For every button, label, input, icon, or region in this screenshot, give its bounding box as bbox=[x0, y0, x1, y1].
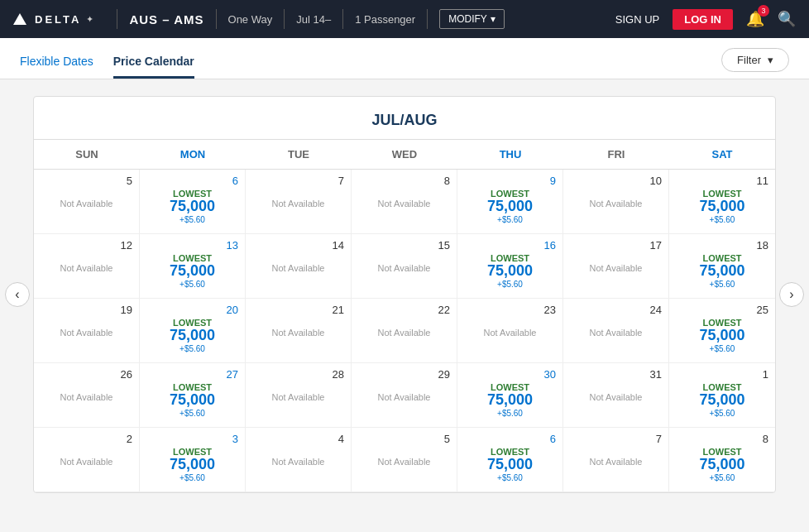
price-fee: +$5.60 bbox=[464, 409, 556, 418]
calendar-cell-r2c4[interactable]: 23Not Available bbox=[457, 299, 563, 363]
route-display: AUS – AMS bbox=[129, 12, 203, 26]
calendar-cell-r3c4[interactable]: 30LOWEST75,000+$5.60 bbox=[457, 363, 563, 428]
calendar-cell-r3c5[interactable]: 31Not Available bbox=[563, 363, 669, 428]
cell-date: 5 bbox=[41, 175, 132, 187]
delta-triangle-icon bbox=[13, 13, 26, 25]
calendar-cell-r1c6[interactable]: 18LOWEST75,000+$5.60 bbox=[669, 234, 775, 299]
price-fee: +$5.60 bbox=[676, 280, 768, 289]
price-fee: +$5.60 bbox=[146, 409, 238, 418]
not-available-label: Not Available bbox=[358, 328, 450, 338]
notification-badge: 3 bbox=[758, 5, 769, 17]
calendar-cell-r4c4[interactable]: 6LOWEST75,000+$5.60 bbox=[457, 428, 563, 492]
calendar-cell-r0c1[interactable]: 6LOWEST75,000+$5.60 bbox=[140, 170, 246, 234]
day-header-mon: MON bbox=[140, 140, 246, 169]
cell-date: 27 bbox=[146, 368, 238, 381]
cell-date: 7 bbox=[252, 175, 344, 187]
price-fee: +$5.60 bbox=[464, 215, 556, 224]
calendar-cell-r4c5[interactable]: 7Not Available bbox=[563, 428, 669, 492]
calendar-cell-r4c0[interactable]: 2Not Available bbox=[34, 428, 140, 492]
calendar-month-header: JUL/AUG bbox=[34, 97, 775, 140]
price-fee: +$5.60 bbox=[676, 344, 768, 353]
calendar-cell-r3c3[interactable]: 29Not Available bbox=[352, 363, 457, 428]
not-available-label: Not Available bbox=[252, 392, 344, 402]
price-fee: +$5.60 bbox=[464, 280, 556, 289]
calendar-cell-r4c6[interactable]: 8LOWEST75,000+$5.60 bbox=[669, 428, 775, 492]
next-month-arrow[interactable]: › bbox=[779, 282, 804, 307]
calendar-cell-r2c0[interactable]: 19Not Available bbox=[34, 299, 140, 363]
day-header-sun: SUN bbox=[34, 140, 140, 169]
cell-date: 17 bbox=[570, 239, 662, 252]
sign-up-link[interactable]: SIGN UP bbox=[615, 13, 659, 26]
not-available-label: Not Available bbox=[41, 199, 132, 208]
calendar-cell-r2c6[interactable]: 25LOWEST75,000+$5.60 bbox=[669, 299, 775, 363]
log-in-button[interactable]: LOG IN bbox=[673, 9, 733, 30]
calendar-cell-r3c2[interactable]: 28Not Available bbox=[246, 363, 352, 428]
cell-date: 22 bbox=[358, 304, 450, 316]
cell-date: 7 bbox=[570, 433, 662, 445]
not-available-label: Not Available bbox=[358, 457, 450, 467]
calendar-cell-r0c4[interactable]: 9LOWEST75,000+$5.60 bbox=[457, 170, 563, 234]
cell-date: 6 bbox=[464, 433, 556, 445]
price-value: 75,000 bbox=[146, 328, 238, 344]
calendar-cell-r0c3[interactable]: 8Not Available bbox=[352, 170, 457, 234]
price-value: 75,000 bbox=[676, 263, 768, 280]
calendar-cell-r2c3[interactable]: 22Not Available bbox=[352, 299, 457, 363]
header-divider-1 bbox=[117, 9, 117, 29]
price-value: 75,000 bbox=[146, 199, 238, 215]
calendar-cell-r0c5[interactable]: 10Not Available bbox=[563, 170, 669, 234]
calendar-cell-r2c5[interactable]: 24Not Available bbox=[563, 299, 669, 363]
cell-date: 10 bbox=[570, 175, 662, 187]
calendar-cell-r1c1[interactable]: 13LOWEST75,000+$5.60 bbox=[140, 234, 246, 299]
delta-logo[interactable]: DELTA ✦ bbox=[13, 13, 93, 26]
calendar-cell-r1c3[interactable]: 15Not Available bbox=[352, 234, 457, 299]
calendar-cell-r4c2[interactable]: 4Not Available bbox=[246, 428, 352, 492]
filter-label: Filter bbox=[737, 54, 761, 66]
price-value: 75,000 bbox=[464, 263, 556, 280]
not-available-label: Not Available bbox=[252, 263, 344, 273]
filter-button[interactable]: Filter ▾ bbox=[721, 48, 789, 72]
price-value: 75,000 bbox=[146, 263, 238, 280]
price-fee: +$5.60 bbox=[676, 409, 768, 418]
cell-date: 1 bbox=[676, 368, 768, 381]
not-available-label: Not Available bbox=[464, 328, 556, 338]
tab-price-calendar[interactable]: Price Calendar bbox=[113, 55, 194, 79]
passenger-display: 1 Passenger bbox=[355, 13, 415, 26]
calendar-cell-r2c1[interactable]: 20LOWEST75,000+$5.60 bbox=[140, 299, 246, 363]
prev-month-arrow[interactable]: ‹ bbox=[5, 282, 30, 307]
cell-date: 25 bbox=[676, 304, 768, 316]
cell-date: 16 bbox=[464, 239, 556, 252]
calendar-cell-r3c1[interactable]: 27LOWEST75,000+$5.60 bbox=[140, 363, 246, 428]
search-icon[interactable]: 🔍 bbox=[778, 10, 796, 28]
delta-wordmark: DELTA bbox=[35, 13, 81, 26]
cell-date: 31 bbox=[570, 368, 662, 381]
cell-date: 4 bbox=[252, 433, 344, 445]
cell-date: 2 bbox=[41, 433, 132, 445]
price-value: 75,000 bbox=[676, 328, 768, 344]
calendar-cell-r3c0[interactable]: 26Not Available bbox=[34, 363, 140, 428]
calendar-cell-r1c2[interactable]: 14Not Available bbox=[246, 234, 352, 299]
not-available-label: Not Available bbox=[41, 263, 132, 273]
cell-date: 14 bbox=[252, 239, 344, 252]
price-value: 75,000 bbox=[676, 457, 768, 473]
day-header-fri: FRI bbox=[563, 140, 669, 169]
header-divider-4 bbox=[342, 9, 343, 29]
cell-date: 23 bbox=[464, 304, 556, 316]
not-available-label: Not Available bbox=[252, 199, 344, 208]
tab-flexible-dates[interactable]: Flexible Dates bbox=[20, 55, 93, 79]
calendar-cell-r1c4[interactable]: 16LOWEST75,000+$5.60 bbox=[457, 234, 563, 299]
calendar-cell-r1c0[interactable]: 12Not Available bbox=[34, 234, 140, 299]
cell-date: 5 bbox=[358, 433, 450, 445]
calendar-cell-r3c6[interactable]: 1LOWEST75,000+$5.60 bbox=[669, 363, 775, 428]
calendar-cell-r0c2[interactable]: 7Not Available bbox=[246, 170, 352, 234]
delta-star-icon: ✦ bbox=[86, 14, 93, 25]
notifications-bell[interactable]: 🔔 3 bbox=[746, 10, 764, 28]
calendar-cell-r2c2[interactable]: 21Not Available bbox=[246, 299, 352, 363]
calendar-cell-r4c1[interactable]: 3LOWEST75,000+$5.60 bbox=[140, 428, 246, 492]
calendar-cell-r0c6[interactable]: 11LOWEST75,000+$5.60 bbox=[669, 170, 775, 234]
cell-date: 12 bbox=[41, 239, 132, 252]
modify-button[interactable]: MODIFY ▾ bbox=[439, 9, 505, 29]
calendar-cell-r0c0[interactable]: 5Not Available bbox=[34, 170, 140, 234]
calendar-cell-r4c3[interactable]: 5Not Available bbox=[352, 428, 457, 492]
calendar-cell-r1c5[interactable]: 17Not Available bbox=[563, 234, 669, 299]
tabs-nav: Flexible Dates Price Calendar bbox=[20, 55, 194, 79]
